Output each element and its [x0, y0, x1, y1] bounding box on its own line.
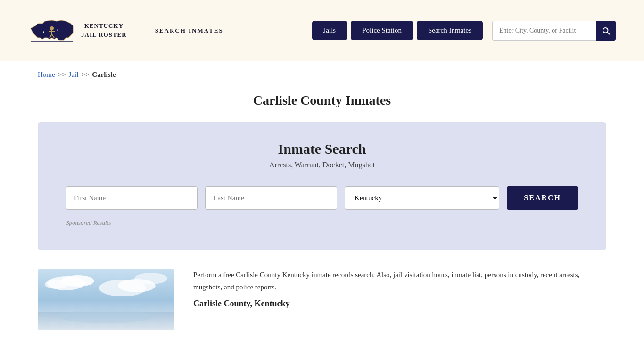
search-form: Kentucky Alabama Alaska Arizona Arkansas…	[66, 186, 578, 210]
bottom-description: Perform a free Carlisle County Kentucky …	[193, 269, 606, 293]
page-title: Carlisle County Inmates	[0, 93, 644, 108]
logo-text-area: KENTUCKY JAIL ROSTER	[81, 22, 127, 39]
logo-area: ★ ★ KENTUCKY JAIL ROSTER	[28, 12, 127, 49]
breadcrumb-home[interactable]: Home	[38, 71, 55, 79]
sponsored-results-label: Sponsored Results	[66, 219, 578, 227]
bottom-subheading: Carlisle County, Kentucky	[193, 299, 606, 309]
breadcrumb-current: Carlisle	[92, 71, 116, 79]
search-icon	[602, 26, 610, 35]
header-search-area	[492, 21, 616, 41]
breadcrumb-sep-2: >>	[81, 71, 89, 79]
last-name-input[interactable]	[205, 186, 337, 210]
svg-point-13	[45, 280, 68, 289]
breadcrumb-sep-1: >>	[58, 71, 66, 79]
search-inmates-nav-button[interactable]: Search Inmates	[417, 21, 483, 40]
page-title-area: Carlisle County Inmates	[0, 88, 644, 122]
svg-text:★: ★	[42, 31, 45, 33]
header-search-input[interactable]	[492, 21, 596, 41]
search-box-subtitle: Arrests, Warrant, Docket, Mugshot	[66, 161, 578, 169]
logo-title: KENTUCKY JAIL ROSTER	[81, 22, 127, 39]
main-nav: Jails Police Station Search Inmates	[312, 21, 616, 41]
bottom-image	[38, 269, 174, 330]
svg-point-16	[134, 273, 167, 284]
police-station-nav-button[interactable]: Police Station	[351, 21, 413, 40]
bottom-content: Perform a free Carlisle County Kentucky …	[0, 255, 644, 345]
logo-image: ★ ★	[28, 12, 75, 49]
svg-point-0	[50, 26, 54, 30]
search-box-container: Inmate Search Arrests, Warrant, Docket, …	[38, 122, 606, 250]
breadcrumb-jail[interactable]: Jail	[69, 71, 79, 79]
page-header: ★ ★ KENTUCKY JAIL ROSTER SEARCH INMATES …	[0, 0, 644, 61]
bottom-text: Perform a free Carlisle County Kentucky …	[193, 269, 606, 330]
state-select[interactable]: Kentucky Alabama Alaska Arizona Arkansas…	[345, 186, 500, 210]
svg-line-9	[607, 32, 609, 34]
first-name-input[interactable]	[66, 186, 198, 210]
search-inmates-link[interactable]: SEARCH INMATES	[155, 27, 223, 34]
search-box-title: Inmate Search	[66, 141, 578, 157]
breadcrumb: Home >> Jail >> Carlisle	[38, 71, 606, 79]
jails-nav-button[interactable]: Jails	[312, 21, 347, 40]
header-search-button[interactable]	[596, 21, 616, 41]
search-submit-button[interactable]: SEARCH	[507, 186, 578, 210]
svg-point-18	[59, 309, 153, 323]
breadcrumb-area: Home >> Jail >> Carlisle	[0, 61, 644, 88]
